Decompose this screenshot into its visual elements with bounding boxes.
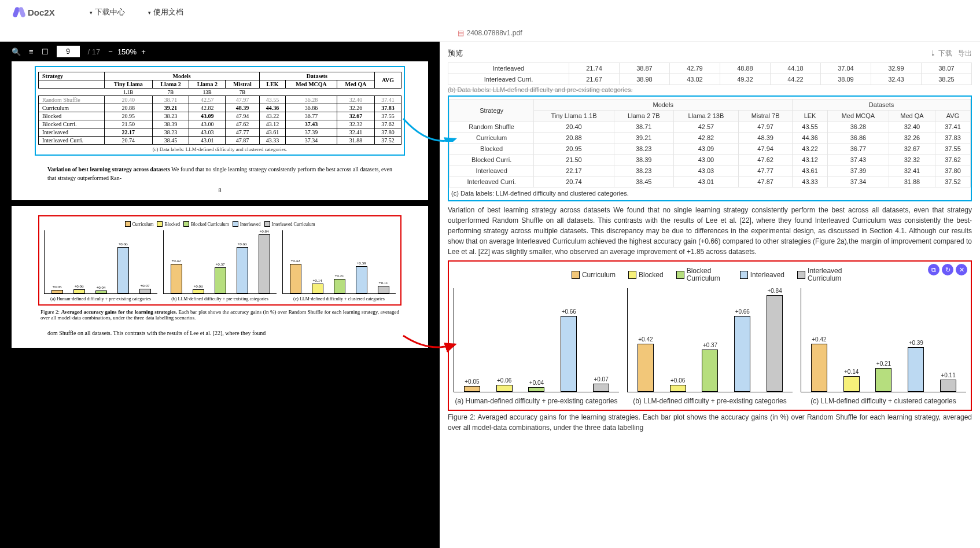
- bar: +0.66: [117, 247, 129, 293]
- swatch-icon: [233, 221, 238, 227]
- page-total: / 17: [88, 47, 101, 56]
- bar-label: +0.37: [703, 342, 717, 348]
- pdf-toolbar: 🔍 ≡ ☐ / 17 − 150% +: [12, 42, 428, 61]
- bar-chart: +0.42+0.06+0.37+0.66+0.84(b) LLM-defined…: [627, 288, 793, 406]
- bar-label: +0.14: [312, 278, 322, 283]
- bar: +0.06: [670, 385, 686, 392]
- swatch-icon: [628, 271, 636, 279]
- table-row: Interleaved22.1738.2343.0347.7743.6137.3…: [39, 128, 401, 137]
- bar-chart: +0.05+0.06+0.04+0.66+0.07(a) Human-defin…: [454, 288, 619, 406]
- table-row: Blocked20.9538.2343.0947.9443.2236.7732.…: [39, 112, 401, 120]
- bar: +0.37: [702, 350, 718, 392]
- subplot-caption: (a) Human-defined difficulty + pre-exist…: [50, 296, 151, 302]
- bar-label: +0.42: [290, 259, 300, 263]
- brand-logo[interactable]: Doc2X: [14, 7, 55, 17]
- app-header: Doc2X ▾下载中心 ▾使用文档: [0, 0, 980, 24]
- table-row: Blocked Curri.21.5038.3943.0047.6243.123…: [450, 155, 971, 165]
- page-input[interactable]: [57, 46, 80, 57]
- bar-label: +0.06: [74, 284, 83, 289]
- zoom-out-button[interactable]: −: [108, 47, 113, 56]
- bar-label: +0.04: [529, 380, 544, 386]
- refresh-button[interactable]: ↻: [942, 264, 953, 275]
- bar: +0.06: [496, 385, 513, 392]
- header-nav: ▾下载中心 ▾使用文档: [90, 7, 183, 17]
- brand-name: Doc2X: [28, 8, 55, 17]
- subplot-caption: (b) LLM-defined difficulty + pre-existin…: [627, 397, 793, 406]
- table-row: Interleaved Curri.21.6738.9843.0249.3244…: [448, 74, 972, 85]
- bar-label: +0.84: [259, 229, 268, 234]
- bar-label: +0.42: [638, 336, 653, 343]
- bar-label: +0.39: [909, 340, 923, 346]
- zoom-level: 150%: [117, 47, 137, 56]
- bar: +0.66: [734, 316, 750, 392]
- bar-label: +0.39: [356, 261, 366, 266]
- chart-legend: Curriculum Blocked Blocked Curriculum In…: [44, 221, 396, 227]
- col-datasets: Datasets: [793, 100, 971, 111]
- nav-download[interactable]: ▾下载中心: [90, 7, 125, 17]
- preview-pane: 预览 ⭳ 下载 导出 Interleaved21.7438.8742.7948.…: [440, 42, 980, 548]
- figure-caption: Figure 2: Averaged accuracy gains for th…: [40, 309, 399, 321]
- table-caption: (c) Data labels: LLM-defined difficulty …: [38, 146, 401, 152]
- bar-label: +0.66: [735, 308, 750, 315]
- copy-button[interactable]: ⧉: [928, 264, 940, 275]
- bar-chart: +0.05+0.06+0.04+0.66+0.07(a) Human-defin…: [44, 230, 157, 302]
- bar-label: +0.06: [497, 377, 511, 384]
- subplot-caption: (a) Human-defined difficulty + pre-exist…: [454, 397, 619, 406]
- bar: +0.06: [193, 289, 204, 293]
- swatch-icon: [183, 221, 189, 227]
- bar: +0.05: [464, 386, 480, 392]
- swatch-icon: [125, 221, 131, 227]
- chart-row: +0.05+0.06+0.04+0.66+0.07(a) Human-defin…: [454, 288, 966, 406]
- bar: +0.42: [290, 264, 301, 293]
- bar-label: +0.84: [767, 288, 782, 294]
- col-models: Models: [104, 72, 259, 80]
- subplot-caption: (c) LLM-defined difficulty + clustered c…: [293, 296, 385, 302]
- download-button[interactable]: ⭳ 下载: [930, 49, 952, 58]
- bar-label: +0.05: [52, 285, 61, 289]
- bookmark-icon[interactable]: ☐: [42, 47, 49, 56]
- bar-label: +0.42: [171, 259, 180, 263]
- preview-header: 预览 ⭳ 下载 导出: [448, 46, 972, 60]
- bar-label: +0.07: [140, 284, 149, 288]
- bar: +0.42: [638, 344, 654, 392]
- table-caption: (c) Data labels: LLM-defined difficulty …: [449, 189, 971, 198]
- table-highlight-blue: Strategy Models Datasets AVG Tiny Llama …: [35, 66, 405, 156]
- zoom-in-button[interactable]: +: [141, 47, 146, 56]
- bar-chart: +0.42+0.06+0.37+0.66+0.84(b) LLM-defined…: [163, 230, 277, 302]
- swatch-icon: [572, 271, 580, 279]
- bar: +0.04: [528, 387, 544, 392]
- bar: +0.37: [215, 267, 226, 293]
- table-row: Interleaved Curri.20.7438.4543.0147.8743…: [39, 137, 401, 145]
- bar: +0.11: [378, 286, 389, 293]
- table-highlight-blue: Strategy Models Datasets Tiny Llama 1.1B…: [448, 95, 972, 201]
- bar-label: +0.66: [562, 308, 576, 315]
- bar: +0.14: [843, 376, 860, 392]
- figure-caption: Figure 2: Averaged accuracy gains for th…: [448, 412, 972, 433]
- swatch-icon: [264, 221, 270, 227]
- bar-label: +0.42: [812, 336, 826, 343]
- nav-docs[interactable]: ▾使用文档: [148, 7, 183, 17]
- swatch-icon: [676, 271, 684, 279]
- search-icon[interactable]: 🔍: [12, 47, 21, 56]
- table-row: Interleaved22.1738.2343.0347.7743.6137.3…: [450, 165, 971, 176]
- bar: +0.05: [51, 290, 63, 293]
- col-models: Models: [534, 100, 793, 111]
- outline-icon[interactable]: ≡: [29, 47, 34, 56]
- bar-label: +0.05: [465, 378, 479, 385]
- file-tabbar: ▤ 2408.07888v1.pdf: [0, 24, 980, 42]
- body-text: Variation of best learning strategy acro…: [47, 165, 392, 182]
- bar-label: +0.14: [844, 369, 859, 375]
- col-strategy: Strategy: [450, 100, 534, 122]
- bar-label: +0.21: [876, 361, 891, 367]
- figure-highlight-red: ⧉ ↻ ✕ Curriculum Blocked Blocked Curricu…: [448, 260, 972, 411]
- bar: +0.11: [940, 380, 956, 392]
- subplot-caption: (c) LLM-defined difficulty + clustered c…: [801, 397, 966, 406]
- file-tab[interactable]: 2408.07888v1.pdf: [466, 29, 522, 37]
- close-button[interactable]: ✕: [956, 264, 967, 275]
- bar-label: +0.66: [118, 242, 127, 247]
- export-button[interactable]: 导出: [958, 49, 972, 58]
- bar: +0.04: [95, 290, 107, 293]
- subplot-caption: (b) LLM-defined difficulty + pre-existin…: [171, 296, 268, 302]
- page-number: 8: [35, 187, 405, 193]
- bar: +0.07: [593, 384, 609, 392]
